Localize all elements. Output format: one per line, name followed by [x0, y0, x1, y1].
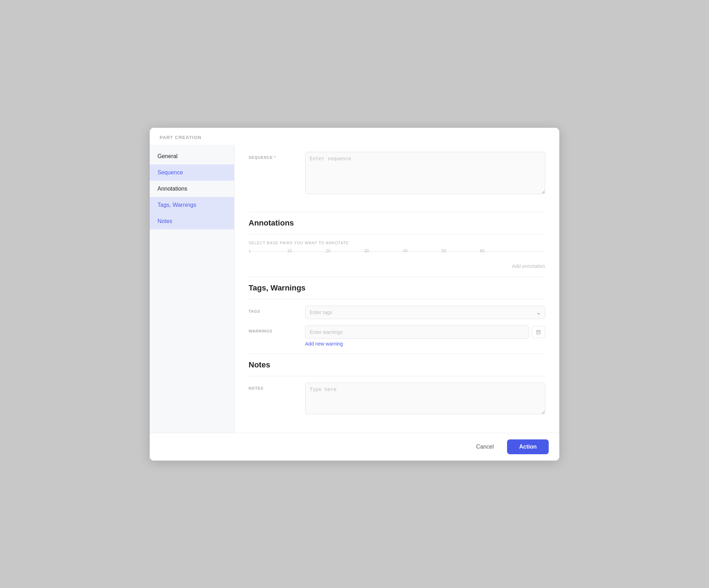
annotations-inner-divider	[249, 234, 545, 234]
annotations-divider	[249, 212, 545, 212]
notes-field-row: NOTES	[249, 383, 545, 416]
ruler: 1 10 20 30 40 50 60	[249, 248, 545, 258]
annotations-section: Annotations SELECT BASE PAIRS YOU WANT T…	[249, 218, 545, 270]
warnings-label: WARNINGS	[249, 325, 305, 333]
sequence-label: SEQUENCE *	[249, 152, 305, 160]
sequence-textarea[interactable]	[305, 152, 545, 194]
sequence-field-row: SEQUENCE *	[249, 152, 545, 196]
modal-footer: Cancel Action	[150, 433, 559, 461]
modal-title: PART CREATION	[160, 135, 201, 140]
warnings-input-wrap: Add new warning	[305, 325, 545, 347]
tags-dropdown-wrap: ⌄	[305, 306, 545, 319]
sidebar-item-tags-warnings[interactable]: Tags, Warnings	[150, 197, 234, 213]
notes-label: NOTES	[249, 383, 305, 390]
svg-rect-0	[537, 331, 540, 334]
tags-input-wrap: ⌄	[305, 306, 545, 319]
cancel-button[interactable]: Cancel	[468, 440, 501, 454]
ruler-line	[249, 251, 545, 252]
sidebar-item-notes[interactable]: Notes	[150, 213, 234, 229]
warnings-input[interactable]	[305, 325, 529, 339]
notes-input-wrap	[305, 383, 545, 416]
sequence-section: SEQUENCE *	[249, 145, 545, 205]
add-warning-button[interactable]: Add new warning	[305, 339, 343, 347]
modal-title-bar: PART CREATION	[150, 128, 559, 145]
tags-field-row: TAGS ⌄	[249, 306, 545, 319]
tags-warnings-heading: Tags, Warnings	[249, 283, 545, 293]
sidebar-item-general[interactable]: General	[150, 148, 234, 164]
ruler-tick-60: 60	[480, 248, 484, 253]
add-annotation-button[interactable]: Add annotation	[512, 262, 545, 270]
sidebar-item-sequence[interactable]: Sequence	[150, 164, 234, 181]
action-button[interactable]: Action	[507, 439, 549, 454]
ruler-tick-1: 1	[249, 248, 251, 253]
warnings-input-trash-wrap	[305, 325, 545, 339]
ruler-tick-30: 30	[364, 248, 369, 253]
tags-input[interactable]	[305, 306, 545, 319]
modal: PART CREATION General Sequence Annotatio…	[150, 128, 559, 461]
tags-warnings-section: Tags, Warnings TAGS ⌄ WARNINGS	[249, 283, 545, 347]
notes-inner-divider	[249, 376, 545, 376]
notes-section: Notes NOTES	[249, 360, 545, 416]
tags-warnings-inner-divider	[249, 299, 545, 299]
annotations-heading: Annotations	[249, 218, 545, 228]
tags-divider	[249, 277, 545, 277]
modal-body: General Sequence Annotations Tags, Warni…	[150, 145, 559, 433]
sidebar: General Sequence Annotations Tags, Warni…	[150, 145, 234, 433]
ruler-tick-10: 10	[287, 248, 292, 253]
notes-divider	[249, 354, 545, 354]
content-area: SEQUENCE * Annotations SELECT BASE PAIRS…	[234, 145, 559, 433]
ruler-tick-20: 20	[326, 248, 330, 253]
trash-icon	[536, 329, 541, 335]
ruler-tick-40: 40	[403, 248, 407, 253]
add-annotation-row: Add annotation	[249, 262, 545, 270]
sequence-input-wrap	[305, 152, 545, 196]
tags-label: TAGS	[249, 306, 305, 313]
notes-heading: Notes	[249, 360, 545, 370]
annotations-sublabel: SELECT BASE PAIRS YOU WANT TO ANNOTATE	[249, 241, 545, 245]
warnings-delete-button[interactable]	[532, 326, 545, 338]
notes-textarea[interactable]	[305, 383, 545, 414]
sidebar-item-annotations[interactable]: Annotations	[150, 181, 234, 197]
ruler-tick-50: 50	[441, 248, 446, 253]
warnings-field-row: WARNINGS	[249, 325, 545, 347]
